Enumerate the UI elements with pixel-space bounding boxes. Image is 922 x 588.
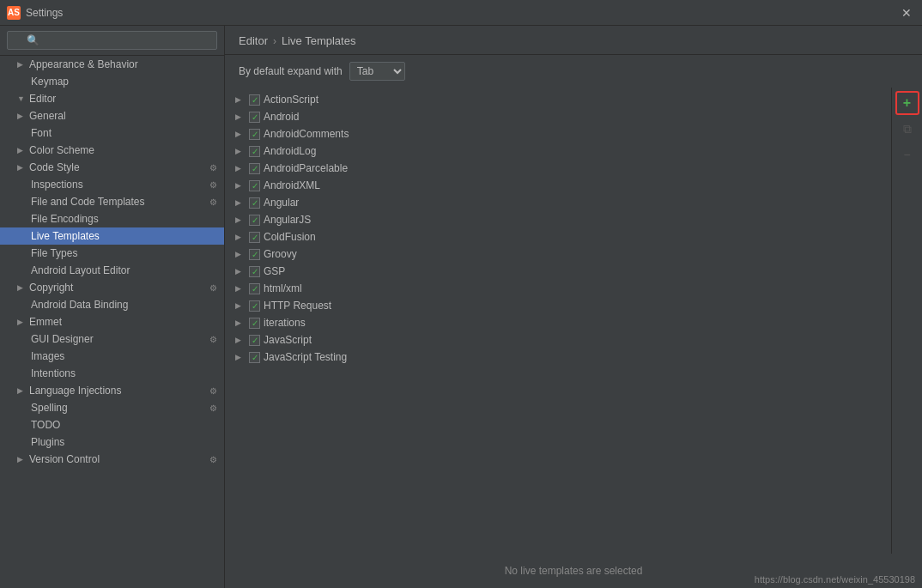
sidebar-item-emmet[interactable]: ▶Emmet [0,313,224,330]
template-name: Groovy [264,248,297,260]
sidebar-item-font[interactable]: Font [0,124,224,142]
template-checkbox[interactable]: ✓ [249,300,260,312]
template-checkbox[interactable]: ✓ [249,266,260,277]
close-button[interactable]: ✕ [898,4,915,21]
sidebar-item-copyright[interactable]: ▶Copyright⚙ [0,279,224,296]
template-checkbox[interactable]: ✓ [249,215,260,226]
sidebar-item-file-types[interactable]: File Types [0,245,224,262]
sidebar-item-todo[interactable]: TODO [0,416,224,433]
sidebar-item-inspections[interactable]: Inspections⚙ [0,176,224,193]
copy-template-button[interactable]: ⧉ [895,117,919,141]
sidebar-item-label-live-templates: Live Templates [31,230,217,242]
search-input[interactable] [7,31,217,50]
template-row[interactable]: ▶✓AngularJS [225,211,891,228]
sidebar-item-file-code-templates[interactable]: File and Code Templates⚙ [0,193,224,210]
expand-arrow-appearance: ▶ [17,60,26,69]
template-row[interactable]: ▶✓GSP [225,263,891,280]
template-name: AndroidParcelable [264,162,348,174]
template-checkbox[interactable]: ✓ [249,232,260,243]
template-name: AndroidLog [264,145,316,157]
template-checkbox[interactable]: ✓ [249,129,260,140]
template-row[interactable]: ▶✓AndroidLog [225,142,891,160]
template-name: JavaScript [264,334,312,346]
template-row[interactable]: ▶✓ColdFusion [225,228,891,246]
template-row[interactable]: ▶✓html/xml [225,280,891,297]
sidebar-item-version-control[interactable]: ▶Version Control⚙ [0,451,224,468]
breadcrumb-parent: Editor [239,34,268,47]
template-checkbox[interactable]: ✓ [249,94,260,106]
template-expand-arrow: ▶ [235,198,246,207]
expand-arrow-general: ▶ [17,112,26,120]
template-expand-arrow: ▶ [235,147,246,155]
sidebar-item-label-android-layout-editor: Android Layout Editor [31,264,217,276]
status-text: No live templates are selected [505,565,643,577]
template-row[interactable]: ▶✓HTTP Request [225,297,891,314]
sidebar-item-color-scheme[interactable]: ▶Color Scheme [0,142,224,159]
expand-arrow-language-injections: ▶ [17,386,26,395]
template-row[interactable]: ▶✓AndroidParcelable [225,160,891,177]
template-row[interactable]: ▶✓JavaScript [225,331,891,349]
nav-items: ▶Appearance & BehaviorKeymap▼Editor▶Gene… [0,56,224,468]
template-checkbox[interactable]: ✓ [249,197,260,209]
template-row[interactable]: ▶✓Groovy [225,246,891,263]
sidebar-item-general[interactable]: ▶General [0,107,224,124]
templates-list: ▶✓ActionScript▶✓Android▶✓AndroidComments… [225,88,891,554]
sidebar-item-images[interactable]: Images [0,348,224,365]
template-row[interactable]: ▶✓ActionScript [225,91,891,108]
expand-arrow-version-control: ▶ [17,455,26,464]
sidebar-item-file-encodings[interactable]: File Encodings [0,210,224,227]
footer-url: https://blog.csdn.net/weixin_45530198 [748,571,922,588]
template-row[interactable]: ▶✓iterations [225,314,891,331]
template-expand-arrow: ▶ [235,95,246,104]
template-expand-arrow: ▶ [235,215,246,224]
settings-icon-file-code-templates: ⚙ [209,197,217,207]
template-checkbox[interactable]: ✓ [249,318,260,329]
sidebar-item-android-data-binding[interactable]: Android Data Binding [0,296,224,313]
sidebar-item-android-layout-editor[interactable]: Android Layout Editor [0,262,224,279]
window-title: Settings [26,7,63,19]
sidebar-item-appearance[interactable]: ▶Appearance & Behavior [0,56,224,73]
sidebar-item-gui-designer[interactable]: GUI Designer⚙ [0,330,224,348]
sidebar-item-keymap[interactable]: Keymap [0,73,224,90]
template-checkbox[interactable]: ✓ [249,352,260,363]
settings-icon-version-control: ⚙ [209,455,217,464]
sidebar-item-label-font: Font [31,127,217,139]
template-checkbox[interactable]: ✓ [249,146,260,157]
sidebar-item-editor[interactable]: ▼Editor [0,90,224,107]
sidebar-item-label-file-code-templates: File and Code Templates [31,196,206,208]
expand-select[interactable]: TabEnterSpace [349,62,405,81]
template-row[interactable]: ▶✓AndroidXML [225,177,891,194]
template-checkbox[interactable]: ✓ [249,112,260,123]
sidebar-item-code-style[interactable]: ▶Code Style⚙ [0,159,224,176]
template-name: AndroidXML [264,179,320,191]
content-header: Editor › Live Templates [225,26,922,55]
template-expand-arrow: ▶ [235,112,246,121]
sidebar-item-language-injections[interactable]: ▶Language Injections⚙ [0,382,224,399]
template-checkbox[interactable]: ✓ [249,283,260,294]
sidebar-item-live-templates[interactable]: Live Templates [0,227,224,245]
add-template-button[interactable]: + [895,91,919,115]
sidebar-item-label-version-control: Version Control [29,453,206,465]
template-row[interactable]: ▶✓AndroidComments [225,125,891,142]
sidebar-item-plugins[interactable]: Plugins [0,433,224,451]
template-name: ActionScript [264,94,318,106]
template-checkbox[interactable]: ✓ [249,163,260,174]
template-checkbox[interactable]: ✓ [249,180,260,191]
template-name: GSP [264,265,285,277]
template-name: Angular [264,197,299,209]
title-bar: AS Settings ✕ [0,0,922,26]
template-row[interactable]: ▶✓JavaScript Testing [225,349,891,366]
template-expand-arrow: ▶ [235,181,246,190]
sidebar-item-label-appearance: Appearance & Behavior [29,58,217,70]
template-row[interactable]: ▶✓Angular [225,194,891,211]
sidebar-item-label-general: General [29,110,217,122]
template-expand-arrow: ▶ [235,336,246,344]
template-checkbox[interactable]: ✓ [249,249,260,260]
sidebar-item-label-editor: Editor [29,93,217,105]
sidebar-item-spelling[interactable]: Spelling⚙ [0,399,224,416]
sidebar-item-intentions[interactable]: Intentions [0,365,224,382]
expand-arrow-editor: ▼ [17,94,26,103]
template-checkbox[interactable]: ✓ [249,335,260,346]
delete-template-button[interactable]: − [895,142,919,167]
template-row[interactable]: ▶✓Android [225,108,891,125]
